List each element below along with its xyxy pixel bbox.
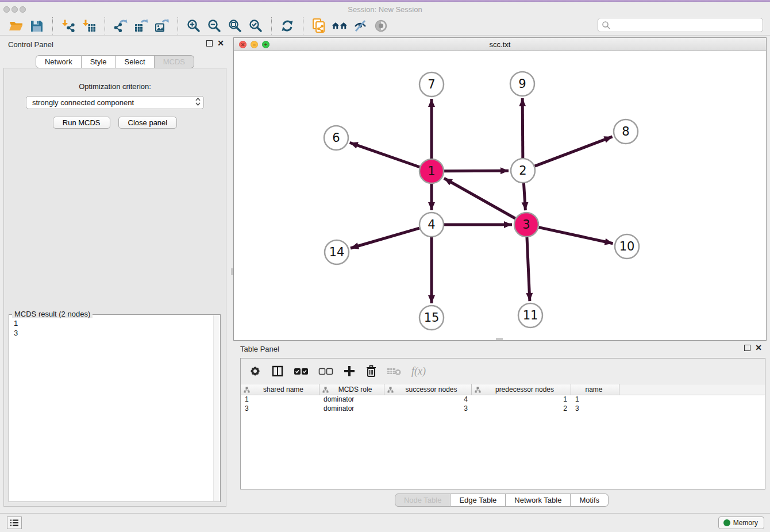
cell-MCDS-role[interactable]: dominator xyxy=(319,395,384,404)
zoom-in-icon[interactable] xyxy=(186,18,202,34)
graph-edge-2-3[interactable] xyxy=(523,183,525,210)
column-type-icon xyxy=(387,387,394,393)
network-canvas[interactable]: 7968124314101511 xyxy=(234,51,766,340)
tab-node-table[interactable]: Node Table xyxy=(395,494,451,507)
table-row[interactable]: 3dominator323 xyxy=(241,404,765,414)
cell-MCDS-role[interactable]: dominator xyxy=(319,404,384,414)
cell-shared-name[interactable]: 1 xyxy=(241,395,319,404)
toolbar-separator xyxy=(271,17,272,34)
graph-edge-2-8[interactable] xyxy=(535,137,613,166)
close-table-panel-icon[interactable]: ✕ xyxy=(755,345,762,351)
graph-edge-3-11[interactable] xyxy=(527,237,530,301)
column-header-predecessor-nodes[interactable]: predecessor nodes xyxy=(472,384,571,395)
select-all-columns-icon[interactable] xyxy=(294,367,309,376)
graph-edge-2-9[interactable] xyxy=(522,98,523,158)
memory-button[interactable]: Memory xyxy=(718,516,764,529)
graph-edge-3-10[interactable] xyxy=(538,228,613,244)
function-builder-icon: f(x) xyxy=(411,365,426,377)
node-table-container: f(x) shared nameMCDS rolesuccessor nodes… xyxy=(240,358,765,489)
column-header-filler xyxy=(619,384,765,395)
graph-node-label-2: 2 xyxy=(519,164,526,178)
zoom-out-icon[interactable] xyxy=(206,18,222,34)
cell-name[interactable]: 3 xyxy=(571,404,619,414)
save-session-icon[interactable] xyxy=(29,18,45,34)
cell-predecessor-nodes[interactable]: 1 xyxy=(472,395,571,404)
titlebar: Session: New Session xyxy=(0,2,770,16)
splitter-handle[interactable] xyxy=(496,338,503,340)
tab-mcds[interactable]: MCDS xyxy=(155,55,194,68)
result-scrollbar[interactable] xyxy=(213,315,220,501)
splitter-handle[interactable] xyxy=(231,268,233,275)
graph-edge-1-6[interactable] xyxy=(350,142,420,167)
graph-node-label-4: 4 xyxy=(428,218,435,232)
refresh-view-icon[interactable] xyxy=(279,18,295,34)
graph-node-label-11: 11 xyxy=(523,309,538,322)
network-graph[interactable]: 7968124314101511 xyxy=(234,51,766,340)
open-session-icon[interactable] xyxy=(8,18,24,34)
table-header-row: shared nameMCDS rolesuccessor nodesprede… xyxy=(241,384,765,395)
search-icon xyxy=(602,21,611,30)
control-panel-title: Control Panel xyxy=(8,40,53,49)
table-panel-title: Table Panel xyxy=(240,345,279,353)
import-table-icon[interactable] xyxy=(81,18,97,34)
memory-label: Memory xyxy=(733,519,758,527)
tab-style[interactable]: Style xyxy=(82,55,116,68)
graph-node-label-1: 1 xyxy=(428,164,435,178)
close-panel-button[interactable]: Close panel xyxy=(118,117,178,129)
toolbar-separator xyxy=(178,17,178,34)
tab-network-table[interactable]: Network Table xyxy=(506,494,571,507)
tab-edge-table[interactable]: Edge Table xyxy=(451,494,506,507)
tab-select[interactable]: Select xyxy=(116,55,155,68)
add-column-icon[interactable] xyxy=(343,365,356,377)
run-mcds-button[interactable]: Run MCDS xyxy=(53,117,110,129)
graph-edge-1-2[interactable] xyxy=(444,171,509,171)
show-columns-icon[interactable] xyxy=(271,365,284,377)
column-header-name[interactable]: name xyxy=(571,384,619,395)
graph-node-label-10: 10 xyxy=(619,240,635,253)
table-settings-icon[interactable] xyxy=(249,365,261,377)
hide-selected-icon[interactable] xyxy=(352,18,368,34)
table-toolbar: f(x) xyxy=(241,358,765,384)
task-history-button[interactable] xyxy=(7,516,22,529)
import-network-icon[interactable] xyxy=(60,18,76,34)
column-header-MCDS-role[interactable]: MCDS role xyxy=(319,384,384,395)
delete-column-icon[interactable] xyxy=(365,365,377,377)
float-table-panel-icon[interactable] xyxy=(744,345,750,351)
first-neighbors-icon[interactable] xyxy=(332,18,348,34)
cell-successor-nodes[interactable]: 3 xyxy=(384,404,472,414)
criterion-dropdown[interactable]: strongly connected component xyxy=(26,96,204,109)
zoom-selected-icon[interactable] xyxy=(248,18,264,34)
cell-shared-name[interactable]: 3 xyxy=(241,404,319,414)
network-view-window: ✕ − + scc.txt 7968124314101511 xyxy=(233,37,767,341)
optimization-criterion-label: Optimization criterion: xyxy=(4,82,226,91)
column-header-shared-name[interactable]: shared name xyxy=(241,384,319,395)
export-network-icon[interactable] xyxy=(113,18,129,34)
graph-edge-4-14[interactable] xyxy=(351,228,419,248)
deselect-all-columns-icon[interactable] xyxy=(318,367,333,376)
graph-node-label-8: 8 xyxy=(622,125,629,138)
show-all-icon[interactable] xyxy=(373,18,389,34)
toolbar-separator xyxy=(303,17,303,34)
network-window-titlebar[interactable]: ✕ − + scc.txt xyxy=(234,38,766,51)
graph-node-label-3: 3 xyxy=(522,218,530,232)
cell-successor-nodes[interactable]: 4 xyxy=(384,395,472,404)
export-table-icon[interactable] xyxy=(133,18,149,34)
graph-edge-3-1[interactable] xyxy=(444,178,515,218)
network-from-selection-icon[interactable] xyxy=(311,18,327,34)
table-rows: 1dominator4113dominator323 xyxy=(241,395,765,414)
tab-network[interactable]: Network xyxy=(36,55,82,68)
search-box[interactable] xyxy=(598,18,763,32)
table-row[interactable]: 1dominator411 xyxy=(241,395,765,404)
column-header-successor-nodes[interactable]: successor nodes xyxy=(384,384,472,395)
cell-name[interactable]: 1 xyxy=(571,395,619,404)
float-panel-icon[interactable] xyxy=(206,40,213,47)
search-input[interactable] xyxy=(611,21,759,29)
mcds-result-text[interactable]: 1 3 xyxy=(9,315,220,341)
column-type-icon xyxy=(475,387,481,393)
zoom-fit-icon[interactable] xyxy=(227,18,243,34)
tab-motifs[interactable]: Motifs xyxy=(571,494,609,507)
export-image-icon[interactable] xyxy=(154,18,170,34)
main-toolbar xyxy=(0,16,770,36)
close-panel-icon[interactable]: ✕ xyxy=(217,40,224,47)
cell-predecessor-nodes[interactable]: 2 xyxy=(472,404,571,414)
